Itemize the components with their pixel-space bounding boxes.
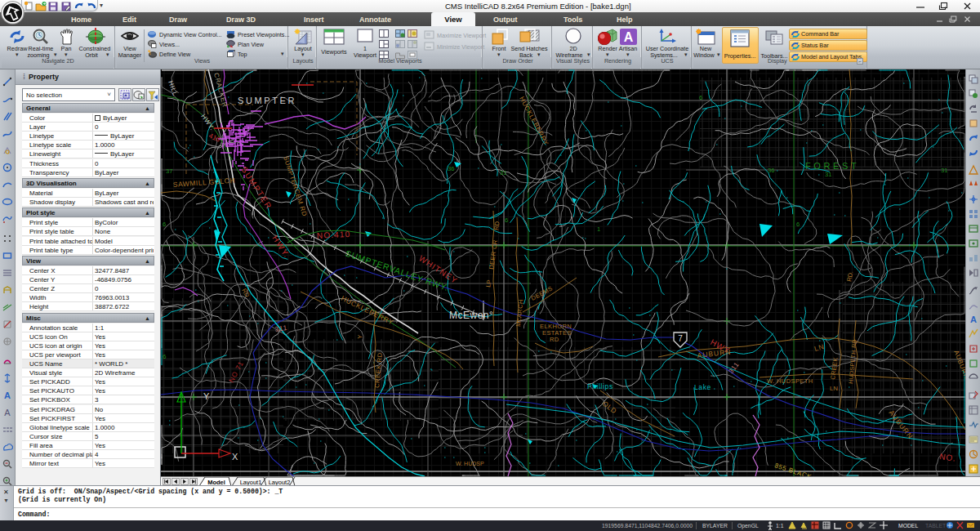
svg-text:W. HUDSP: W. HUDSP: [456, 461, 484, 466]
svg-text:W. HUDSPETH: W. HUDSPETH: [767, 377, 813, 385]
svg-text:A: A: [970, 315, 977, 324]
svg-text:6: 6: [796, 221, 800, 228]
svg-text:1: 1: [597, 225, 600, 233]
svg-text:Phillips: Phillips: [587, 382, 613, 390]
svg-text:LP: LP: [484, 279, 492, 288]
svg-text:FOREST: FOREST: [805, 161, 859, 171]
svg-text:A: A: [4, 408, 11, 417]
svg-text:Y: Y: [356, 334, 363, 339]
svg-text:A: A: [624, 30, 634, 44]
svg-text:311: 311: [274, 324, 288, 333]
svg-text:RD: RD: [550, 336, 559, 343]
svg-text:37: 37: [166, 167, 172, 175]
svg-text:NO.410: NO.410: [317, 230, 351, 240]
svg-text:6: 6: [699, 94, 702, 101]
svg-text:36: 36: [448, 165, 454, 172]
svg-text:31: 31: [500, 169, 506, 176]
svg-text:6: 6: [505, 216, 508, 224]
svg-text:Y: Y: [203, 391, 210, 401]
svg-text:McEwen°: McEwen°: [449, 310, 493, 321]
svg-text:7: 7: [678, 334, 683, 343]
svg-text:X: X: [232, 452, 238, 462]
svg-text:31: 31: [941, 167, 947, 174]
svg-text:RD: RD: [492, 221, 501, 231]
svg-text:31: 31: [825, 171, 831, 178]
svg-text:LN.: LN.: [830, 385, 840, 392]
svg-text:A: A: [4, 390, 11, 400]
svg-text:6: 6: [163, 353, 167, 360]
svg-text:6: 6: [163, 221, 166, 228]
svg-text:Lake: Lake: [694, 383, 711, 391]
svg-text:36: 36: [768, 167, 774, 174]
svg-text:SUMPTER: SUMPTER: [238, 96, 296, 105]
